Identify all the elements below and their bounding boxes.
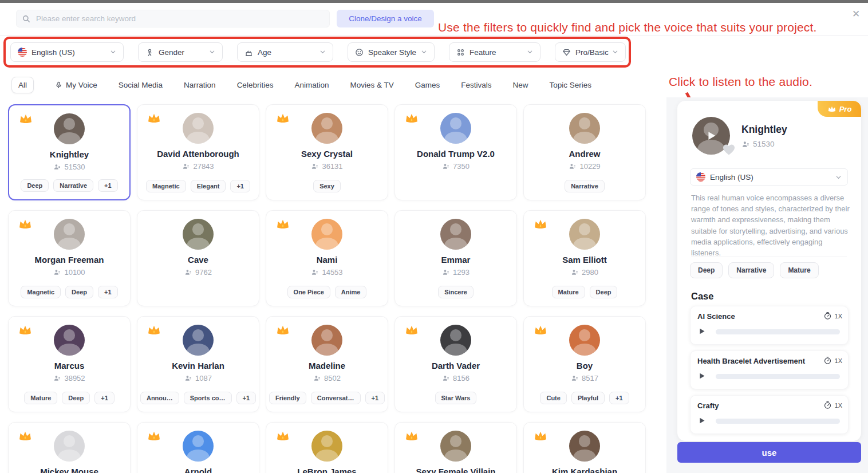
tab-new[interactable]: New: [513, 81, 528, 89]
chevron-down-icon: [110, 48, 116, 57]
voice-card-sexy-female-villain[interactable]: Sexy Female Villain: [394, 422, 517, 473]
tab-topic-series[interactable]: Topic Series: [550, 81, 592, 89]
voice-tags: Narrative: [524, 180, 645, 192]
user-count-icon: [442, 163, 449, 170]
voice-usage-count: 51530: [9, 163, 129, 171]
voice-avatar: [54, 431, 85, 462]
case-item-health-bracelet-advertisement: Health Bracelet Advertisement1X: [690, 350, 849, 389]
tag-chip: Sincere: [438, 286, 474, 298]
crown-icon: [827, 105, 837, 113]
voice-avatar: [440, 431, 471, 462]
voice-avatar: [54, 219, 85, 250]
tag-chip: Magnetic: [146, 180, 186, 192]
tab-label: Games: [415, 81, 440, 89]
feature-icon: [456, 48, 465, 57]
voice-card-david-attenborough[interactable]: David Attenborough27843MagneticElegant+1: [137, 104, 259, 200]
speed-label: 1X: [835, 357, 842, 364]
filter-speaker-style[interactable]: Speaker Style: [348, 42, 435, 62]
play-icon[interactable]: [697, 372, 706, 380]
tag-chip: +1: [236, 392, 257, 404]
header-divider: [0, 36, 868, 36]
speed-label: 1X: [835, 402, 842, 409]
voice-card-boy[interactable]: Boy8517CutePlayful+1: [523, 316, 646, 412]
tab-narration[interactable]: Narration: [184, 81, 216, 89]
filter-english-us[interactable]: English (US): [10, 42, 124, 62]
tab-my-voice[interactable]: My Voice: [55, 81, 97, 89]
tag-chip: Annou…: [140, 392, 179, 404]
filter-feature[interactable]: Feature: [449, 42, 540, 62]
playback-speed[interactable]: 1X: [823, 356, 842, 365]
voice-card-madeline[interactable]: Madeline8502FriendlyConversat…+1: [266, 316, 388, 412]
clone-design-voice-button[interactable]: Clone/Design a voice: [337, 10, 434, 27]
user-count-icon: [741, 140, 749, 148]
voice-avatar: [311, 113, 342, 144]
voice-card-sam-elliott[interactable]: Sam Elliott2980MatureDeep: [523, 210, 646, 306]
voice-card-nami[interactable]: Nami14553One PieceAnime: [266, 210, 388, 306]
tab-celebrities[interactable]: Celebrities: [237, 81, 274, 89]
playback-speed[interactable]: 1X: [823, 312, 842, 320]
tag-chip: +1: [94, 392, 115, 404]
user-count-icon: [571, 269, 578, 276]
tab-games[interactable]: Games: [415, 81, 440, 89]
filter-gender[interactable]: Gender: [138, 42, 223, 62]
voice-tags: MatureDeep: [524, 286, 645, 298]
tab-all[interactable]: All: [11, 77, 34, 93]
tag-chip: Mature: [24, 392, 57, 404]
language-select[interactable]: English (US): [690, 168, 848, 186]
voice-avatar: [569, 219, 600, 250]
voice-card-donald-trump-v2-0[interactable]: Donald Trump V2.07350: [394, 104, 517, 200]
tab-social-media[interactable]: Social Media: [119, 81, 163, 89]
use-button[interactable]: use: [677, 442, 861, 463]
filter-age[interactable]: Age: [237, 42, 333, 62]
detail-count-value: 51530: [753, 140, 775, 148]
tag-chip: Deep: [65, 286, 93, 298]
chevron-down-icon: [835, 174, 842, 180]
tag-chip: Sexy: [313, 180, 341, 192]
chevron-down-icon: [421, 48, 427, 57]
crown-icon: [147, 112, 161, 124]
voice-card-andrew[interactable]: Andrew10229Narrative: [523, 104, 646, 200]
voice-name: Kevin Harlan: [137, 361, 259, 370]
voice-name: Sam Elliott: [524, 255, 645, 265]
voice-tags: FriendlyConversat…+1: [266, 392, 388, 404]
play-icon[interactable]: [697, 327, 706, 336]
voice-card-lebron-james[interactable]: LeBron James: [266, 422, 388, 473]
tab-animation[interactable]: Animation: [294, 81, 329, 89]
voice-card-mickey-mouse[interactable]: Mickey Mouse: [8, 422, 131, 473]
chevron-down-icon: [319, 48, 326, 57]
voice-card-emmar[interactable]: Emmar1293Sincere: [394, 210, 517, 306]
voice-card-kim-kardashian[interactable]: Kim Kardashian: [523, 422, 646, 473]
voice-card-marcus[interactable]: Marcus38952MatureDeep+1: [8, 316, 131, 412]
tag-chip: Anime: [335, 286, 367, 298]
filter-pro-basic[interactable]: Pro/Basic: [555, 42, 626, 62]
voice-card-kevin-harlan[interactable]: Kevin Harlan1087Annou…Sports co…+1: [137, 316, 259, 412]
crown-icon: [18, 324, 33, 336]
voice-usage-count: 2980: [524, 268, 645, 277]
tab-label: Movies & TV: [350, 81, 393, 89]
voice-tags: Sincere: [395, 286, 516, 298]
pro-basic-icon: [562, 48, 571, 57]
tab-festivals[interactable]: Festivals: [461, 81, 491, 89]
tab-movies-tv[interactable]: Movies & TV: [350, 81, 393, 89]
voice-avatar: [569, 431, 600, 462]
voice-avatar: [311, 219, 342, 250]
voice-card-darth-vader[interactable]: Darth Vader8156Star Wars: [394, 316, 517, 412]
search-input[interactable]: [35, 14, 323, 23]
user-count-icon: [569, 163, 576, 170]
close-icon[interactable]: ✕: [850, 8, 862, 21]
voice-card-morgan-freeman[interactable]: Morgan Freeman10100MagneticDeep+1: [8, 210, 131, 306]
voice-usage-count: 8517: [524, 374, 645, 383]
voice-usage-count: 10100: [9, 268, 130, 277]
voice-card-knightley[interactable]: Knightley51530DeepNarrative+1: [8, 104, 131, 200]
voice-card-cave[interactable]: Cave9762: [137, 210, 259, 306]
playback-speed[interactable]: 1X: [823, 401, 842, 409]
user-count-icon: [311, 269, 318, 276]
crown-icon: [275, 112, 290, 124]
voice-avatar: [440, 113, 471, 144]
voice-avatar: [440, 325, 471, 356]
user-count-icon: [442, 269, 449, 276]
voice-card-sexy-crystal[interactable]: Sexy Crystal36131Sexy: [266, 104, 388, 200]
play-icon[interactable]: [697, 416, 706, 425]
voice-name: Arnold: [137, 467, 259, 473]
voice-card-arnold[interactable]: Arnold: [137, 422, 259, 473]
